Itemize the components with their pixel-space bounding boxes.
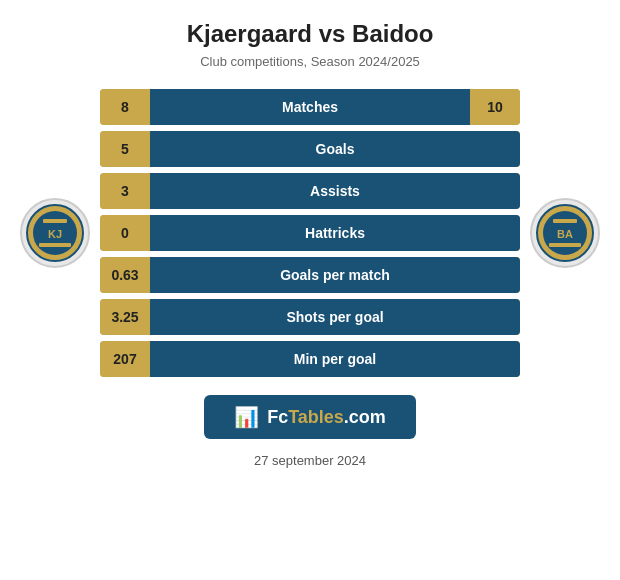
stats-container: 8Matches105Goals3Assists0Hattricks0.63Go… [100, 89, 520, 377]
stat-label: Shots per goal [150, 299, 520, 335]
stat-label: Hattricks [150, 215, 520, 251]
date-label: 27 september 2024 [254, 453, 366, 468]
stat-row: 8Matches10 [100, 89, 520, 125]
stat-row: 0Hattricks [100, 215, 520, 251]
stat-row: 5Goals [100, 131, 520, 167]
stat-left-value: 207 [100, 341, 150, 377]
svg-rect-8 [549, 243, 581, 247]
main-content: KJ 8Matches105Goals3Assists0Hattricks0.6… [0, 89, 620, 377]
stat-right-value: 10 [470, 89, 520, 125]
stat-left-value: 3 [100, 173, 150, 209]
stat-left-value: 5 [100, 131, 150, 167]
svg-rect-4 [43, 219, 67, 223]
stat-row: 3.25Shots per goal [100, 299, 520, 335]
svg-rect-9 [553, 219, 577, 223]
team-left-logo: KJ [20, 198, 90, 268]
page-title: Kjaergaard vs Baidoo [187, 20, 434, 48]
stat-label: Matches [150, 89, 470, 125]
svg-text:KJ: KJ [48, 228, 62, 240]
page-subtitle: Club competitions, Season 2024/2025 [200, 54, 420, 69]
svg-text:BA: BA [557, 228, 573, 240]
stat-label: Min per goal [150, 341, 520, 377]
fctables-label: FcTables.com [267, 407, 386, 428]
fctables-banner[interactable]: 📊 FcTables.com [204, 395, 416, 439]
stat-row: 207Min per goal [100, 341, 520, 377]
stat-left-value: 0.63 [100, 257, 150, 293]
team-left-crest-icon: KJ [25, 203, 85, 263]
stat-left-value: 8 [100, 89, 150, 125]
stat-row: 0.63Goals per match [100, 257, 520, 293]
stat-left-value: 0 [100, 215, 150, 251]
stat-row: 3Assists [100, 173, 520, 209]
fctables-icon: 📊 [234, 405, 259, 429]
team-right-logo: BA [530, 198, 600, 268]
stat-label: Goals per match [150, 257, 520, 293]
svg-rect-3 [39, 243, 71, 247]
stat-label: Assists [150, 173, 520, 209]
team-right-crest-icon: BA [535, 203, 595, 263]
logo-right: BA [520, 198, 610, 268]
stat-label: Goals [150, 131, 520, 167]
comparison-card: Kjaergaard vs Baidoo Club competitions, … [0, 0, 620, 580]
logo-left: KJ [10, 198, 100, 268]
stat-left-value: 3.25 [100, 299, 150, 335]
